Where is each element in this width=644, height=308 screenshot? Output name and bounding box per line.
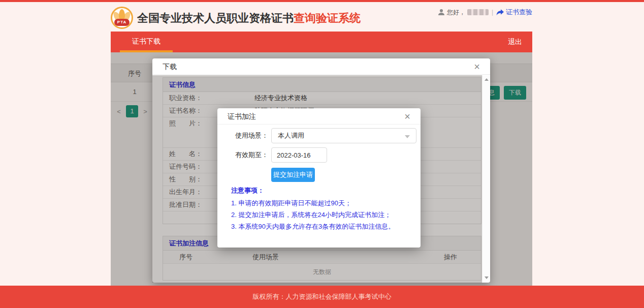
scene-label: 使用场景：: [217, 128, 268, 143]
expiry-date-input[interactable]: [271, 147, 327, 163]
certificate-verify-link[interactable]: 证书查验: [496, 8, 532, 17]
user-icon: [438, 9, 445, 16]
expiry-label: 有效期至：: [217, 147, 268, 163]
footer-copyright: 版权所有：人力资源和社会保障部人事考试中心: [0, 286, 644, 308]
page-title: 全国专业技术人员职业资格证书查询验证系统: [137, 11, 361, 26]
annotation-modal-title: 证书加注: [228, 108, 256, 125]
tab-label: 证书下载: [132, 37, 160, 45]
download-modal-header: 下载 ×: [152, 58, 490, 75]
scene-selected-value: 本人调用: [278, 132, 304, 139]
page-title-accent: 查询验证系统: [294, 12, 361, 24]
download-modal-title: 下载: [163, 58, 177, 75]
redacted-username: [467, 9, 489, 15]
app-root: PTA 全国专业技术人员职业资格证书查询验证系统 您好， | 证书查验 证书下载: [0, 0, 644, 308]
page-title-main: 全国专业技术人员职业资格证书: [137, 12, 294, 24]
note-line-2: 2. 提交加注申请后，系统将在24小时内完成证书加注；: [231, 211, 409, 219]
greeting-label: 您好，: [447, 8, 465, 17]
separator: |: [492, 9, 493, 16]
submit-annotation-button[interactable]: 提交加注申请: [271, 168, 315, 182]
note-line-3: 3. 本系统90天内最多允许存在3条有效的证书加注信息。: [231, 223, 409, 231]
scroll-down-icon[interactable]: [485, 276, 489, 279]
tab-certificate-download[interactable]: 证书下载: [120, 32, 173, 52]
site-header: PTA 全国专业技术人员职业资格证书查询验证系统 您好， | 证书查验: [111, 2, 532, 32]
annotation-modal-header: 证书加注 ×: [217, 108, 421, 125]
notes-title: 注意事项：: [231, 186, 409, 195]
modal-scrollbar[interactable]: [482, 75, 490, 282]
note-line-1: 1. 申请的有效期距申请日不能超过90天；: [231, 199, 409, 207]
expiry-form-row: 有效期至：: [217, 147, 421, 163]
logout-button[interactable]: 退出: [508, 32, 522, 52]
scene-select[interactable]: 本人调用: [271, 128, 416, 143]
pta-logo: PTA: [111, 7, 133, 29]
share-arrow-icon: [496, 9, 504, 16]
notes-block: 注意事项： 1. 申请的有效期距申请日不能超过90天； 2. 提交加注申请后，系…: [231, 186, 409, 234]
chevron-down-icon: [405, 135, 410, 138]
nav-bar: 证书下载 退出: [111, 32, 532, 52]
scroll-up-icon[interactable]: [485, 78, 489, 81]
annotation-modal: 证书加注 × 使用场景： 本人调用 有效期至： 提交加注申请 注意事项： 1. …: [217, 108, 421, 248]
logo-badge: PTA: [114, 19, 130, 26]
scene-form-row: 使用场景： 本人调用: [217, 128, 421, 143]
annotation-modal-close-icon[interactable]: ×: [401, 110, 413, 122]
download-modal-close-icon[interactable]: ×: [471, 60, 483, 73]
verify-link-label: 证书查验: [506, 8, 532, 17]
user-area: 您好， | 证书查验: [438, 7, 532, 17]
